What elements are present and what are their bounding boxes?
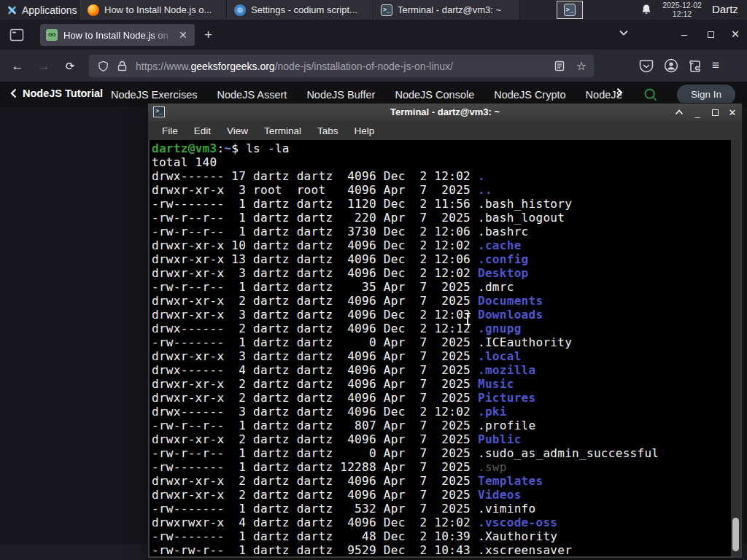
sign-in-button[interactable]: Sign In [677,85,735,105]
terminal-maximize-button[interactable] [710,107,720,118]
terminal-ls-row: -rw-r--r-- 1 dartz dartz 3730 Dec 2 12:0… [152,225,659,238]
notification-bell-button[interactable] [640,4,654,17]
terminal-ls-row: drwxr-xr-x 2 dartz dartz 4096 Apr 7 2025… [152,488,659,502]
firefox-view-button[interactable] [6,25,28,45]
forward-button[interactable]: → [35,58,53,75]
terminal-menu-edit[interactable]: Edit [187,123,218,139]
terminal-launcher-button[interactable]: >_ [557,1,583,19]
terminal-menu-tabs[interactable]: Tabs [310,123,346,139]
terminal-scrollbar[interactable] [731,140,740,556]
site-nav-links: NodeJS ExercisesNodeJS AssertNodeJS Buff… [111,89,622,101]
url-path: /node-js/installation-of-node-js-on-linu… [275,61,453,72]
terminal-ls-row: -rw------- 1 dartz dartz 48 Dec 2 10:39 … [152,529,659,543]
menu-hamburger-icon[interactable]: ≡ [712,58,719,74]
terminal-total-line: total 140 [152,155,659,169]
chevron-right-icon [616,88,623,98]
terminal-ls-row: -rw-r--r-- 1 dartz dartz 0 Apr 7 2025 .s… [152,446,659,460]
terminal-minimize-button[interactable]: _ [692,107,703,118]
file-name: .bashrc [478,225,529,238]
panel-user-label[interactable]: Dartz [712,3,738,15]
applications-menu-button[interactable]: Applications ≡ [0,0,91,20]
terminal-close-button[interactable]: ✕ [727,107,738,118]
search-icon [643,88,658,102]
file-name: .bash_history [478,197,572,211]
terminal-ls-row: -rw------- 1 dartz dartz 1120 Dec 2 11:5… [152,197,659,211]
lock-icon[interactable] [117,61,127,71]
reader-view-icon[interactable] [554,61,565,71]
terminal-menu-view[interactable]: View [220,123,255,139]
site-search-button[interactable] [643,88,658,102]
browser-tab[interactable]: GG How to Install Node.js on ✕ [40,24,195,46]
terminal-ls-row: -rw------- 1 dartz dartz 532 Apr 7 2025 … [152,502,659,516]
panel-clock[interactable]: 2025-12-02 12:12 [658,1,706,18]
prompt-user-host: dartz@vm3 [152,141,217,155]
url-scheme: https://www. [136,61,190,72]
taskbar-window-button[interactable]: How to Install Node.js o... [80,0,227,20]
clock-time: 12:12 [658,10,706,19]
site-nav-scroll-right-button[interactable] [616,88,623,98]
maximize-icon [712,109,719,116]
directory-name: . [478,169,485,183]
file-name: .profile [478,419,535,432]
file-name: .bash_logout [478,211,565,225]
pocket-icon[interactable] [639,59,654,73]
firefox-view-icon [9,28,24,42]
terminal-ls-row: drwxr-xr-x 13 dartz dartz 4096 Dec 2 12:… [152,252,659,266]
url-text: https://www.geeksforgeeks.org/node-js/in… [136,61,530,72]
terminal-ls-row: -rw------- 1 dartz dartz 0 Apr 7 2025 .I… [152,335,659,349]
directory-name: .vscode-oss [478,516,557,529]
file-name: .swp [478,460,507,474]
terminal-ls-row: drwxrwxr-x 4 dartz dartz 4096 Dec 2 12:0… [152,516,659,529]
terminal-menu-terminal[interactable]: Terminal [257,123,309,139]
chevron-down-icon [619,29,629,36]
terminal-shade-button[interactable] [675,109,685,115]
terminal-title-bar[interactable]: >_ Terminal - dartz@vm3: ~ _ ✕ [148,104,742,121]
window-maximize-button[interactable] [702,26,719,44]
site-nav-link[interactable]: NodeJS Crypto [494,89,565,101]
site-nav-back-link[interactable]: NodeJS Tutorial [10,88,103,99]
back-button[interactable]: ← [9,58,26,75]
directory-name: .gnupg [478,322,522,335]
terminal-ls-row: drwxr-xr-x 3 dartz dartz 4096 Apr 7 2025… [152,349,659,363]
site-nav-link[interactable]: NodeJS Exercises [111,89,197,101]
desktop: Applications ≡ How to Install Node.js o.… [0,0,747,560]
terminal-output: dartz@vm3:~$ ls -la total 140 drwx------… [152,141,659,556]
file-name: .dmrc [478,280,514,294]
directory-name: Music [478,377,514,391]
taskbar-window-button[interactable]: >_Terminal - dartz@vm3: ~ [374,0,520,20]
terminal-ls-row: drwxr-xr-x 2 dartz dartz 4096 Apr 7 2025… [152,391,659,405]
site-nav-link[interactable]: NodeJS Assert [217,89,287,101]
site-nav-link[interactable]: NodeJS Console [395,89,474,101]
terminal-ls-row: drwxr-xr-x 2 dartz dartz 4096 Apr 7 2025… [152,377,659,391]
directory-name: .pki [478,405,507,419]
new-tab-button[interactable]: + [204,27,212,43]
tab-close-icon[interactable]: ✕ [179,30,187,40]
directory-name: Pictures [478,391,535,405]
terminal-ls-row: drwx------ 2 dartz dartz 4096 Dec 2 12:1… [152,322,659,335]
terminal-body[interactable]: dartz@vm3:~$ ls -la total 140 drwx------… [150,140,740,556]
terminal-icon: >_ [381,4,392,16]
directory-name: Documents [478,294,543,308]
tracking-shield-icon[interactable] [98,61,109,72]
terminal-scrollbar-thumb[interactable] [732,518,739,551]
list-tabs-button[interactable] [619,29,629,36]
terminal-prompt-line: dartz@vm3:~$ ls -la [152,141,659,155]
extensions-icon[interactable] [689,59,702,73]
site-nav-link[interactable]: NodeJS Buffer [306,89,375,101]
terminal-menu-help[interactable]: Help [347,123,382,139]
terminal-ls-row: drwxr-xr-x 2 dartz dartz 4096 Apr 7 2025… [152,294,659,308]
window-close-button[interactable]: ✕ [727,26,744,44]
taskbar-window-button[interactable]: Settings - codium script... [227,0,374,20]
url-bar[interactable]: https://www.geeksforgeeks.org/node-js/in… [89,55,594,77]
window-minimize-button[interactable]: – [676,26,693,44]
terminal-ls-row: -rw-r--r-- 1 dartz dartz 220 Apr 7 2025 … [152,211,659,225]
terminal-ls-row: drwxr-xr-x 2 dartz dartz 4096 Apr 7 2025… [152,474,659,488]
file-name: .Xauthority [478,529,557,543]
bookmark-star-icon[interactable]: ☆ [576,59,587,73]
account-icon[interactable] [664,58,678,73]
firefox-icon [88,4,99,16]
typed-command: ls -la [239,141,290,155]
reload-button[interactable]: ⟳ [61,58,79,75]
site-nav-back-label: NodeJS Tutorial [23,88,103,99]
terminal-menu-file[interactable]: File [155,123,185,139]
